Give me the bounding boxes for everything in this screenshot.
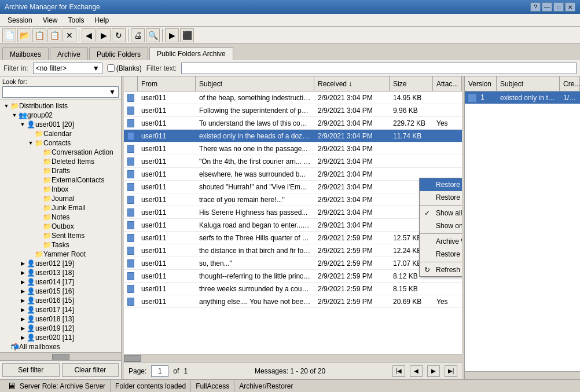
email-row[interactable]: user011 three weeks surrounded by a cour… xyxy=(124,283,462,295)
tree-node-junkemail[interactable]: 📁 Junk Email xyxy=(1,203,120,213)
context-menu-item-show-only-lost[interactable]: Show only lost items xyxy=(420,219,462,232)
version-col-created[interactable]: Cre... xyxy=(560,76,580,91)
paste-btn[interactable]: 📋 xyxy=(47,28,61,42)
stop-btn[interactable]: ⬛ xyxy=(180,28,194,42)
email-row[interactable]: user011 To understand the laws of this c… xyxy=(124,117,462,130)
forward-btn[interactable]: ▶ xyxy=(97,28,111,42)
look-for-combo[interactable]: ▼ xyxy=(2,86,119,98)
email-row[interactable]: user011 His Serene Highness has passed..… xyxy=(124,206,462,219)
tree-node-user014[interactable]: ▶ 👤 user014 [17] xyxy=(1,277,120,287)
email-row[interactable]: user011 shouted "Hurrah!" and "Vive l'Em… xyxy=(124,181,462,193)
row-check[interactable] xyxy=(124,156,138,167)
tree-node-inbox[interactable]: 📁 Inbox xyxy=(1,185,120,194)
menu-tools[interactable]: Tools xyxy=(63,14,90,26)
tree-node-drafts[interactable]: 📁 Drafts xyxy=(1,166,120,175)
prev-page-btn[interactable]: ◀ xyxy=(410,365,423,377)
hscroll-thumb[interactable] xyxy=(52,354,69,360)
tree-node-allmailboxes[interactable]: 📬 All mailboxes xyxy=(1,342,120,351)
refresh-btn[interactable]: ↻ xyxy=(112,28,126,42)
row-check[interactable] xyxy=(124,169,138,179)
tree-node-user018[interactable]: ▶ 👤 user018 [13] xyxy=(1,314,120,324)
help-btn[interactable]: ? xyxy=(530,2,541,12)
delete-btn[interactable]: ✕ xyxy=(63,28,76,42)
row-check[interactable] xyxy=(124,246,138,256)
email-row[interactable]: user011 "On the 4th, the first courier a… xyxy=(124,155,462,168)
row-check[interactable] xyxy=(124,296,138,307)
tree-node-extcontacts[interactable]: 📁 ExternalContacts xyxy=(1,175,120,185)
tree-node-tasks[interactable]: 📁 Tasks xyxy=(1,240,120,250)
email-row[interactable]: user011 the distance in that birch and f… xyxy=(124,244,462,257)
tree-node-user016[interactable]: ▶ 👤 user016 [15] xyxy=(1,296,120,305)
row-check[interactable] xyxy=(124,195,138,205)
row-check[interactable] xyxy=(124,105,138,116)
email-row[interactable]: user011 so, then..." 2/9/2021 2:59 PM 17… xyxy=(124,257,462,270)
open-btn[interactable]: 📂 xyxy=(17,28,31,42)
row-check[interactable] xyxy=(124,258,138,269)
tree-node-user020[interactable]: ▶ 👤 user020 [11] xyxy=(1,333,120,342)
email-row[interactable]: user011 Following the superintendent of … xyxy=(124,104,462,117)
blanks-checkbox[interactable] xyxy=(107,64,115,72)
context-menu-item-refresh[interactable]: ↻ Refresh item list for folder Inbox xyxy=(420,263,462,276)
tree-node-deleted[interactable]: 📁 Deleted Items xyxy=(1,157,120,166)
right-panel-hscroll[interactable] xyxy=(465,371,580,379)
tab-public-folders-archive[interactable]: Public Folders Archive xyxy=(149,47,233,60)
filter-text-input[interactable] xyxy=(181,63,577,74)
tree-area[interactable]: ▼ 📁 Distribution lists ▼ 👥 group02 ▼ 👤 u… xyxy=(0,100,121,352)
version-col-subject[interactable]: Subject xyxy=(497,76,560,91)
row-check[interactable] xyxy=(124,207,138,218)
email-row[interactable]: user011 elsewhere, he was surrounded b..… xyxy=(124,168,462,181)
copy-btn[interactable]: 📋 xyxy=(32,28,46,42)
col-received[interactable]: Received ↓ xyxy=(314,76,390,91)
tree-node-group02[interactable]: ▼ 👥 group02 xyxy=(1,111,120,120)
tree-node-sentitems[interactable]: 📁 Sent Items xyxy=(1,231,120,240)
back-btn[interactable]: ◀ xyxy=(82,28,96,42)
center-hscroll-thumb[interactable] xyxy=(124,355,141,362)
menu-session[interactable]: Session xyxy=(2,14,38,26)
search-btn[interactable]: 🔍 xyxy=(146,28,160,42)
email-row[interactable]: user011 of the heap, something indestruc… xyxy=(124,91,462,104)
tree-node-yammerroot[interactable]: 📁 Yammer Root xyxy=(1,250,120,259)
email-row[interactable]: user011 thought--referring to the little… xyxy=(124,270,462,283)
go-btn[interactable]: ▶ xyxy=(165,28,179,42)
context-menu-item-show-all[interactable]: ✓ Show all items xyxy=(420,207,462,219)
page-number-input[interactable] xyxy=(151,365,168,377)
email-row[interactable]: user011 Kaluga road and began to enter..… xyxy=(124,219,462,232)
center-hscroll[interactable] xyxy=(124,354,462,362)
row-check[interactable] xyxy=(124,284,138,294)
menu-view[interactable]: View xyxy=(38,14,63,26)
last-page-btn[interactable]: ▶| xyxy=(445,365,457,377)
tab-public-folders[interactable]: Public Folders xyxy=(89,47,148,60)
tab-archive[interactable]: Archive xyxy=(50,47,88,60)
clear-filter-button[interactable]: Clear filter xyxy=(62,363,119,377)
maximize-btn[interactable]: □ xyxy=(553,2,564,12)
version-col-version[interactable]: Version xyxy=(465,76,497,91)
tab-mailboxes[interactable]: Mailboxes xyxy=(2,47,49,60)
first-page-btn[interactable]: |◀ xyxy=(392,365,405,377)
context-menu-item-archive-wizard[interactable]: Archive Wizard xyxy=(420,235,462,248)
col-from[interactable]: From xyxy=(138,76,196,91)
tree-node-user019[interactable]: ▶ 👤 user019 [12] xyxy=(1,324,120,333)
tree-node-convaction[interactable]: 📁 Conversation Action xyxy=(1,148,120,157)
email-row[interactable]: user011 trace of you remain here!..." 2/… xyxy=(124,193,462,206)
email-row[interactable]: user011 existed only in the heads of a d… xyxy=(124,130,462,142)
tree-node-outbox[interactable]: 📁 Outbox xyxy=(1,222,120,231)
tree-node-dist[interactable]: ▼ 📁 Distribution lists xyxy=(1,101,120,111)
row-check[interactable] xyxy=(124,118,138,129)
row-check[interactable] xyxy=(124,131,138,141)
email-list[interactable]: user011 of the heap, something indestruc… xyxy=(124,91,462,354)
row-check[interactable] xyxy=(124,182,138,192)
menu-help[interactable]: Help xyxy=(90,14,115,26)
tree-node-journal[interactable]: 📁 Journal xyxy=(1,194,120,203)
tree-node-user017[interactable]: ▶ 👤 user017 [14] xyxy=(1,305,120,314)
col-subject[interactable]: Subject xyxy=(196,76,314,91)
col-attach[interactable]: Attac... xyxy=(433,76,462,91)
context-menu-item-restore-wizard[interactable]: Restore Wizard xyxy=(420,248,462,261)
tree-node-user012[interactable]: ▶ 👤 user012 [19] xyxy=(1,259,120,268)
tree-node-calendar[interactable]: 📁 Calendar xyxy=(1,129,120,138)
tree-node-user015[interactable]: ▶ 👤 user015 [16] xyxy=(1,287,120,296)
row-check[interactable] xyxy=(124,93,138,103)
tree-node-user001[interactable]: ▼ 👤 user001 [20] xyxy=(1,120,120,129)
close-btn[interactable]: ✕ xyxy=(565,2,575,12)
row-check[interactable] xyxy=(124,271,138,281)
email-row[interactable]: user011 There was no one in the passage.… xyxy=(124,142,462,155)
